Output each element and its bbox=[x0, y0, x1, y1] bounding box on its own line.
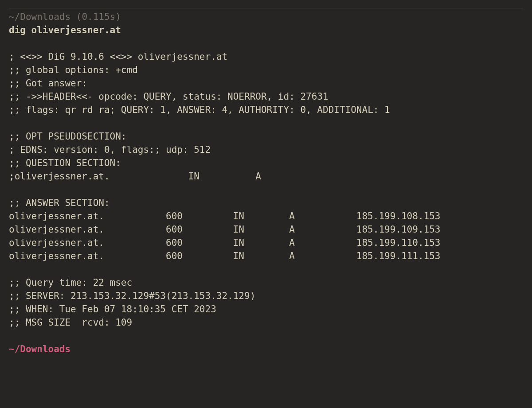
server-line: ;; SERVER: 213.153.32.129#53(213.153.32.… bbox=[9, 291, 255, 301]
answer-name: oliverjessner.at. bbox=[9, 223, 166, 236]
prompt-tilde: ~ bbox=[9, 344, 15, 354]
question-row: ;oliverjessner.at.INA bbox=[9, 171, 261, 182]
answer-class: IN bbox=[233, 249, 289, 263]
global-options: ;; global options: +cmd bbox=[9, 65, 138, 75]
command-line: dig oliverjessner.at bbox=[9, 25, 121, 35]
edns-line: ; EDNS: version: 0, flags:; udp: 512 bbox=[9, 144, 211, 155]
answer-data: 185.199.109.153 bbox=[356, 223, 441, 236]
answer-class: IN bbox=[233, 223, 289, 236]
flags-line: ;; flags: qr rd ra; QUERY: 1, ANSWER: 4,… bbox=[9, 105, 390, 115]
answer-name: oliverjessner.at. bbox=[9, 249, 166, 263]
terminal-output[interactable]: ~/Downloads (0.115s) dig oliverjessner.a… bbox=[9, 10, 523, 356]
answer-row: oliverjessner.at.600INA185.199.110.153 bbox=[9, 237, 440, 248]
answer-type: A bbox=[289, 249, 356, 263]
prompt-dir: Downloads bbox=[20, 344, 70, 354]
answer-row: oliverjessner.at.600INA185.199.111.153 bbox=[9, 251, 440, 261]
dig-banner: ; <<>> DiG 9.10.6 <<>> oliverjessner.at bbox=[9, 51, 227, 62]
prompt-timing: (0.115s) bbox=[76, 12, 121, 22]
prompt-ready[interactable]: ~/Downloads bbox=[9, 344, 70, 354]
answer-data: 185.199.110.153 bbox=[356, 236, 441, 249]
opt-section-title: ;; OPT PSEUDOSECTION: bbox=[9, 131, 127, 142]
answer-ttl: 600 bbox=[166, 249, 233, 263]
answer-ttl: 600 bbox=[166, 223, 233, 236]
question-type: A bbox=[255, 170, 261, 183]
answer-class: IN bbox=[233, 236, 289, 249]
prompt-path: ~/Downloads bbox=[9, 12, 70, 22]
answer-type: A bbox=[289, 210, 356, 223]
got-answer: ;; Got answer: bbox=[9, 78, 87, 89]
answer-name: oliverjessner.at. bbox=[9, 236, 166, 249]
answer-section-title: ;; ANSWER SECTION: bbox=[9, 198, 110, 208]
question-section-title: ;; QUESTION SECTION: bbox=[9, 158, 121, 168]
answer-row: oliverjessner.at.600INA185.199.108.153 bbox=[9, 211, 440, 221]
answer-class: IN bbox=[233, 210, 289, 223]
question-name: ;oliverjessner.at. bbox=[9, 170, 188, 183]
query-time: ;; Query time: 22 msec bbox=[9, 277, 132, 288]
msg-size: ;; MSG SIZE rcvd: 109 bbox=[9, 317, 132, 328]
answer-row: oliverjessner.at.600INA185.199.109.153 bbox=[9, 224, 440, 235]
answer-data: 185.199.111.153 bbox=[356, 249, 441, 263]
answer-ttl: 600 bbox=[166, 236, 233, 249]
answer-data: 185.199.108.153 bbox=[356, 210, 441, 223]
answer-ttl: 600 bbox=[166, 210, 233, 223]
answer-type: A bbox=[289, 236, 356, 249]
header-line: ;; ->>HEADER<<- opcode: QUERY, status: N… bbox=[9, 91, 329, 102]
answer-name: oliverjessner.at. bbox=[9, 210, 166, 223]
when-line: ;; WHEN: Tue Feb 07 18:10:35 CET 2023 bbox=[9, 304, 216, 315]
answer-type: A bbox=[289, 223, 356, 236]
prompt-sep: / bbox=[15, 344, 20, 354]
question-class: IN bbox=[188, 170, 256, 183]
